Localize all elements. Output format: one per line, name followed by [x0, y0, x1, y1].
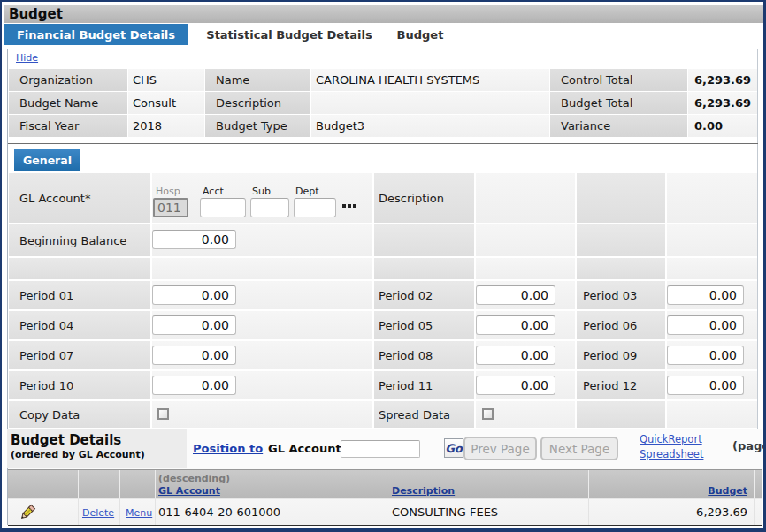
period-02-label: Period 02: [374, 289, 433, 302]
period-06-label: Period 06: [577, 319, 637, 332]
gl-account-label: GL Account*: [9, 192, 90, 205]
beginning-balance-input[interactable]: [152, 230, 236, 249]
period-04-input[interactable]: [152, 315, 236, 335]
column-separator: [754, 470, 755, 498]
column-header-description[interactable]: Description: [392, 485, 455, 497]
variance-label-cell: Variance: [550, 115, 687, 137]
column-header-budget[interactable]: Budget: [708, 485, 747, 497]
position-to-input[interactable]: [341, 440, 420, 458]
period-07-input[interactable]: [152, 346, 236, 365]
go-button[interactable]: Go: [444, 438, 463, 458]
bb-row-cell-c4: [476, 224, 575, 256]
gl-account-label-cell: GL Account*: [9, 173, 150, 223]
acct-mini-label: Acct: [203, 186, 224, 197]
panel-border-right: [757, 49, 758, 429]
column-header-gl-account[interactable]: GL Account: [158, 485, 220, 497]
budget-name-value-cell: Consult: [128, 92, 204, 114]
quickreport-link[interactable]: QuickReport: [640, 432, 703, 447]
period-10-input[interactable]: [152, 376, 236, 395]
row-delete-link[interactable]: Delete: [82, 507, 114, 519]
dept-input[interactable]: [294, 198, 336, 217]
period-05-input[interactable]: [476, 315, 555, 335]
name-label: Name: [205, 73, 249, 87]
period-11-label: Period 11: [374, 379, 433, 392]
dept-mini-label: Dept: [295, 186, 319, 197]
budget-details-subtitle: (ordered by GL Account): [11, 449, 145, 460]
name-value-cell: CAROLINA HEALTH SYSTEMS: [311, 69, 549, 91]
period-08-input[interactable]: [476, 346, 555, 365]
prev-page-button[interactable]: Prev Page: [463, 437, 537, 460]
period-09-input[interactable]: [667, 346, 744, 365]
gl-row-empty-label-cell: [577, 173, 665, 223]
description-value-cell: [311, 92, 549, 114]
period-12-input[interactable]: [667, 376, 744, 395]
period-10-label: Period 10: [9, 379, 73, 392]
bb-row-cell-c6: [667, 224, 757, 256]
period-05-label-cell: Period 05: [374, 311, 474, 339]
hosp-input[interactable]: [153, 198, 188, 217]
budget-type-label: Budget Type: [205, 119, 287, 133]
period-01-input[interactable]: [152, 285, 236, 305]
period-06-input[interactable]: [667, 315, 744, 335]
name-value: CAROLINA HEALTH SYSTEMS: [311, 73, 479, 87]
period-12-label-cell: Period 12: [577, 371, 665, 399]
period-07-label: Period 07: [9, 349, 73, 362]
spread-data-label: Spread Data: [374, 408, 450, 422]
hosp-mini-label: Hosp: [156, 186, 180, 197]
organization-value-cell: CHS: [128, 69, 204, 91]
period-03-input[interactable]: [667, 285, 744, 305]
row-description: CONSULTING FEES: [392, 505, 498, 519]
fiscal-year-label: Fiscal Year: [9, 119, 79, 133]
period-09-label: Period 09: [577, 349, 637, 362]
tab-general[interactable]: General: [14, 149, 80, 171]
row-budget: 6,293.69: [696, 505, 747, 519]
column-separator: [78, 470, 79, 498]
row-gl-account: 011-6404-20-601000: [158, 505, 280, 519]
period-11-label-cell: Period 11: [374, 371, 474, 399]
sub-mini-label: Sub: [252, 186, 271, 197]
row-menu-link[interactable]: Menu: [126, 507, 152, 519]
report-links: QuickReport Spreadsheet: [640, 432, 703, 462]
edit-pencil-icon[interactable]: [19, 504, 36, 521]
fiscal-year-value-cell: 2018: [128, 115, 204, 137]
control-total-label-cell: Control Total: [550, 69, 687, 91]
copy-data-label: Copy Data: [9, 408, 80, 422]
name-label-cell: Name: [205, 69, 310, 91]
copy-row-cell-c5: [577, 401, 665, 428]
form-description-value-cell: [476, 173, 575, 223]
period-11-input[interactable]: [476, 376, 555, 395]
budget-name-label: Budget Name: [9, 96, 98, 110]
spacer-row-cell-c4: [476, 258, 575, 279]
spread-data-checkbox[interactable]: [482, 408, 494, 420]
period-03-label-cell: Period 03: [577, 281, 665, 309]
column-separator: [588, 499, 589, 525]
spreadsheet-link[interactable]: Spreadsheet: [640, 447, 703, 462]
gl-account-define-button[interactable]: [341, 201, 357, 210]
variance-value: 0.00: [688, 119, 723, 133]
sort-order-note: (descending): [158, 473, 230, 484]
variance-value-cell: 0.00: [688, 115, 757, 137]
period-08-label-cell: Period 08: [374, 341, 474, 369]
period-08-label: Period 08: [374, 349, 433, 362]
section-divider: [8, 143, 758, 144]
budget-total-value-cell: 6,293.69: [688, 92, 757, 114]
spacer-row-cell-c5: [577, 258, 665, 279]
variance-label: Variance: [550, 119, 610, 133]
budget-details-title: Budget Details: [11, 432, 121, 448]
next-page-button[interactable]: Next Page: [540, 437, 618, 460]
hide-link[interactable]: Hide: [16, 52, 38, 64]
fiscal-year-value: 2018: [128, 119, 162, 133]
bb-row-cell-c5: [577, 224, 665, 256]
period-02-input[interactable]: [476, 285, 555, 305]
acct-input[interactable]: [200, 198, 246, 217]
budget-name-label-cell: Budget Name: [9, 92, 127, 114]
period-02-label-cell: Period 02: [374, 281, 474, 309]
copy-data-checkbox[interactable]: [157, 408, 169, 420]
control-total-value: 6,293.69: [688, 73, 751, 87]
copy-row-cell-c6: [667, 401, 757, 428]
position-to-link[interactable]: Position to: [193, 442, 263, 455]
sub-input[interactable]: [250, 198, 289, 217]
organization-value: CHS: [128, 73, 157, 87]
budget-type-label-cell: Budget Type: [205, 115, 310, 137]
control-total-label: Control Total: [550, 73, 633, 87]
